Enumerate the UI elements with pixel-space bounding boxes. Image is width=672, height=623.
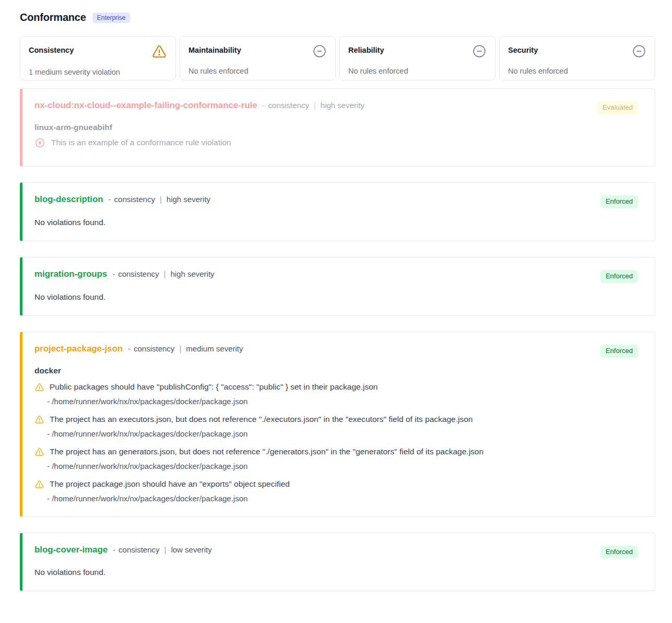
violation-path: - /home/runner/work/nx/nx/packages/docke…	[47, 429, 638, 438]
summary-card-title: Consistency	[29, 44, 74, 54]
warning-triangle-icon	[34, 447, 44, 457]
summary-card-title: Maintainability	[188, 44, 241, 54]
rule-category: consistency	[119, 545, 159, 554]
rule-name-link[interactable]: migration-groups	[34, 269, 107, 279]
warning-triangle-icon	[34, 415, 44, 425]
rule-severity: medium severity	[186, 344, 243, 353]
project-name: docker	[34, 366, 638, 375]
rule-card-project-package-json: project-package-json - consistency | med…	[20, 332, 655, 517]
meta-dash: -	[128, 344, 131, 353]
rule-name-link[interactable]: blog-cover-image	[34, 545, 108, 555]
rule-category: consistency	[118, 269, 159, 278]
warning-triangle-icon	[151, 44, 167, 60]
violation-item: The project package.json should have an …	[34, 479, 638, 503]
rule-name-link[interactable]: blog-description	[34, 194, 103, 205]
violation-message: The project has an generators.json, but …	[50, 447, 484, 456]
minus-circle-icon	[312, 44, 327, 58]
meta-pipe: |	[160, 195, 162, 204]
meta-pipe: |	[314, 101, 316, 110]
meta-pipe: |	[164, 269, 166, 278]
rules-list: nx-cloud:nx-cloud--example-failing-confo…	[20, 88, 655, 591]
enterprise-badge: Enterprise	[92, 13, 131, 23]
violation-item: The project has an executors.json, but d…	[34, 415, 638, 438]
meta-dash: -	[109, 195, 111, 204]
rule-result-text: No violations found.	[34, 568, 638, 577]
rule-card-blog-description: blog-description - consistency | high se…	[20, 182, 655, 241]
violation-message: The project has an executors.json, but d…	[50, 415, 473, 424]
rule-category: consistency	[134, 344, 174, 353]
summary-card-title: Reliability	[348, 44, 384, 54]
summary-card-status: No rules enforced	[188, 67, 327, 75]
rule-name-link[interactable]: project-package-json	[34, 344, 123, 354]
warning-triangle-icon	[34, 382, 44, 392]
violation-message: Public packages should have "publishConf…	[50, 382, 378, 392]
page-header: Conformance Enterprise	[20, 11, 655, 23]
project-name: linux-arm-gnueabihf	[34, 123, 638, 132]
violation-item: The project has an generators.json, but …	[34, 447, 638, 471]
summary-card-title: Security	[508, 44, 538, 54]
warning-triangle-icon	[34, 479, 44, 489]
rule-severity: low severity	[171, 545, 211, 554]
meta-pipe: |	[164, 545, 166, 554]
x-circle-icon	[34, 137, 45, 148]
violation-path: - /home/runner/work/nx/nx/packages/docke…	[47, 462, 638, 471]
violation-path: - /home/runner/work/nx/nx/packages/docke…	[47, 494, 638, 503]
summary-card-maintainability: Maintainability No rules enforced	[180, 36, 336, 80]
status-badge-evaluated: Evaluated	[597, 101, 638, 114]
minus-circle-icon	[472, 44, 487, 58]
summary-card-status: 1 medium severity violation	[29, 68, 167, 76]
summary-card-row: Consistency 1 medium severity violation …	[20, 36, 655, 80]
status-badge-enforced: Enforced	[600, 345, 638, 358]
status-badge-enforced: Enforced	[600, 195, 638, 208]
rule-severity: high severity	[321, 101, 364, 110]
summary-card-consistency: Consistency 1 medium severity violation	[20, 36, 176, 80]
rule-category: consistency	[114, 195, 155, 204]
violation-path: - /home/runner/work/nx/nx/packages/docke…	[47, 397, 638, 406]
meta-dash: -	[263, 101, 265, 110]
rule-card-migration-groups: migration-groups - consistency | high se…	[20, 257, 655, 316]
rule-result-text: No violations found.	[34, 218, 638, 227]
violation-message: The project package.json should have an …	[50, 479, 290, 489]
meta-dash: -	[112, 269, 115, 278]
meta-dash: -	[113, 545, 115, 554]
page-title: Conformance	[20, 11, 86, 23]
meta-pipe: |	[179, 344, 181, 353]
rule-severity: high severity	[167, 195, 210, 204]
rule-card-example-failing: nx-cloud:nx-cloud--example-failing-confo…	[20, 88, 655, 167]
summary-card-security: Security No rules enforced	[499, 36, 655, 80]
rule-name-link[interactable]: nx-cloud:nx-cloud--example-failing-confo…	[34, 100, 257, 111]
status-badge-enforced: Enforced	[600, 546, 638, 559]
violation-item: Public packages should have "publishConf…	[34, 382, 638, 406]
summary-card-status: No rules enforced	[508, 67, 646, 75]
rule-result-text: No violations found.	[34, 292, 638, 302]
violation-message: This is an example of a conformance rule…	[51, 138, 231, 147]
summary-card-status: No rules enforced	[348, 67, 487, 75]
minus-circle-icon	[632, 44, 646, 58]
rule-severity: high severity	[170, 269, 214, 278]
status-badge-enforced: Enforced	[600, 270, 638, 283]
rule-category: consistency	[268, 101, 309, 110]
summary-card-reliability: Reliability No rules enforced	[339, 36, 496, 80]
rule-card-blog-cover-image: blog-cover-image - consistency | low sev…	[20, 533, 655, 592]
